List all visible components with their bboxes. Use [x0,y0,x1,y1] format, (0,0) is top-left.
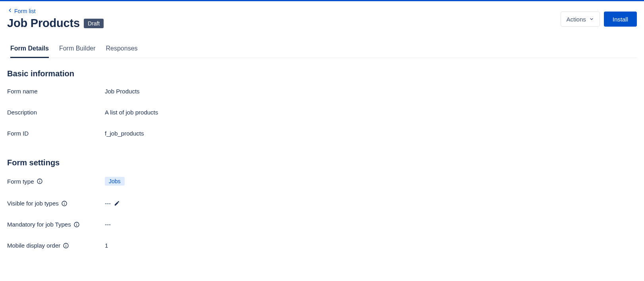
info-icon[interactable] [61,200,67,207]
back-link-label: Form list [14,8,36,14]
field-visible-job-types: Visible for job types --- [7,200,637,207]
chevron-down-icon [589,16,594,23]
svg-point-8 [76,223,77,223]
value-form-name: Job Products [105,88,140,95]
form-type-tag: Jobs [105,177,125,186]
tab-form-builder[interactable]: Form Builder [59,42,96,58]
svg-point-2 [39,180,40,180]
label-mandatory-job-types: Mandatory for job Types [7,221,71,228]
label-form-id: Form ID [7,130,105,137]
install-button[interactable]: Install [604,12,637,27]
field-description: Description A list of job products [7,109,637,116]
tab-form-details[interactable]: Form Details [10,42,49,58]
field-form-name: Form name Job Products [7,88,637,95]
section-heading-basic: Basic information [7,69,637,78]
chevron-left-icon [7,8,13,14]
value-mandatory-job-types: --- [105,221,111,228]
tab-responses[interactable]: Responses [106,42,138,58]
label-form-name: Form name [7,88,105,95]
label-mobile-display-order: Mobile display order [7,242,60,249]
status-badge: Draft [84,19,104,28]
label-visible-job-types: Visible for job types [7,200,59,207]
tab-bar: Form Details Form Builder Responses [7,42,637,58]
section-heading-settings: Form settings [7,158,637,167]
value-visible-job-types: --- [105,200,111,207]
info-icon[interactable] [37,178,43,184]
field-form-type: Form type Jobs [7,177,637,186]
label-description: Description [7,109,105,116]
info-icon[interactable] [63,242,69,249]
field-mobile-display-order: Mobile display order 1 [7,242,637,249]
value-description: A list of job products [105,109,158,116]
section-basic-information: Basic information Form name Job Products… [7,58,637,154]
actions-label: Actions [567,16,586,23]
svg-point-5 [64,202,64,202]
edit-icon[interactable] [114,200,120,206]
field-mandatory-job-types: Mandatory for job Types --- [7,221,637,228]
info-icon[interactable] [73,221,80,228]
back-link[interactable]: Form list [7,8,104,14]
actions-dropdown[interactable]: Actions [561,12,600,27]
label-form-type: Form type [7,178,34,185]
field-form-id: Form ID f_job_products [7,130,637,137]
page-header: Form list Job Products Draft Actions Ins… [7,8,637,30]
svg-point-11 [66,244,66,244]
value-form-id: f_job_products [105,130,144,137]
page-title: Job Products [7,17,80,30]
section-form-settings: Form settings Form type Jobs Visible for… [7,154,637,266]
value-mobile-display-order: 1 [105,242,108,249]
